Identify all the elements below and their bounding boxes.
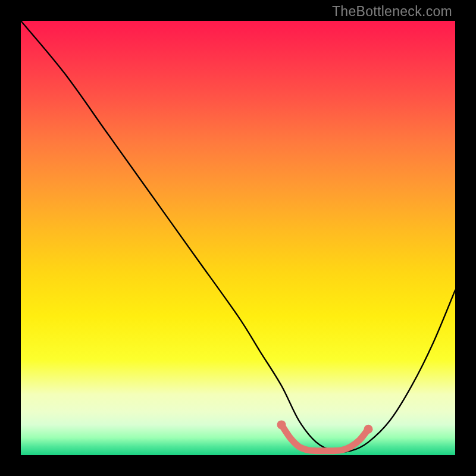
watermark-text: TheBottleneck.com [332, 4, 452, 20]
optimal-range-endpoints [277, 420, 373, 433]
plot-area [21, 21, 455, 455]
chart-svg [21, 21, 455, 455]
bottleneck-curve [21, 21, 455, 452]
optimal-range-highlight [281, 425, 368, 451]
highlight-endpoint [277, 420, 286, 429]
chart-frame: TheBottleneck.com [0, 0, 476, 476]
highlight-endpoint [364, 425, 373, 434]
